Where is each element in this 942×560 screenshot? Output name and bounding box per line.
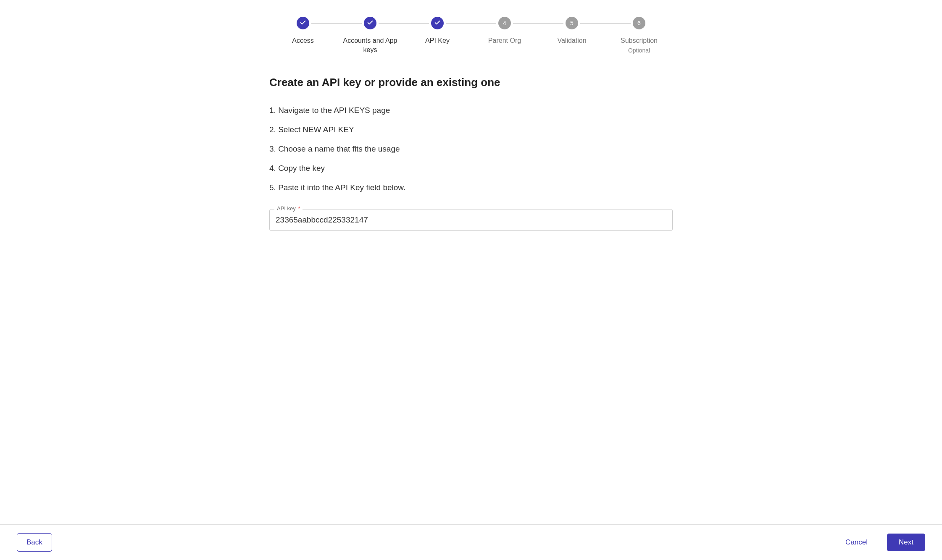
step-connector bbox=[513, 23, 563, 24]
step-circle-validation: 5 bbox=[566, 17, 578, 29]
instruction-item: Navigate to the API KEYS page bbox=[269, 106, 673, 115]
check-icon bbox=[300, 19, 306, 27]
step-circle-subscription: 6 bbox=[633, 17, 645, 29]
next-button[interactable]: Next bbox=[887, 534, 925, 551]
step-connector bbox=[580, 23, 631, 24]
step-label-api-key: API Key bbox=[425, 36, 450, 45]
step-label-subscription: Subscription bbox=[621, 36, 658, 45]
step-subscription[interactable]: 6 Subscription Optional bbox=[605, 17, 673, 54]
cancel-button[interactable]: Cancel bbox=[836, 534, 877, 551]
back-button[interactable]: Back bbox=[17, 533, 52, 552]
step-label-accounts: Accounts and App keys bbox=[337, 36, 404, 55]
wizard-footer: Back Cancel Next bbox=[0, 524, 942, 560]
step-connector bbox=[446, 23, 496, 24]
instruction-item: Copy the key bbox=[269, 164, 673, 173]
step-api-key[interactable]: API Key bbox=[404, 17, 471, 45]
step-label-validation: Validation bbox=[557, 36, 586, 45]
footer-right: Cancel Next bbox=[836, 534, 925, 551]
api-key-label: API key * bbox=[274, 205, 303, 212]
check-icon bbox=[367, 19, 374, 27]
step-parent-org[interactable]: 4 Parent Org bbox=[471, 17, 538, 45]
step-label-access: Access bbox=[292, 36, 314, 45]
wizard-main: Access Accounts and App keys API Key 4 bbox=[261, 0, 681, 524]
step-connector bbox=[311, 23, 362, 24]
instruction-item: Paste it into the API Key field below. bbox=[269, 183, 673, 192]
instruction-item: Select NEW API KEY bbox=[269, 125, 673, 134]
required-marker: * bbox=[298, 205, 300, 212]
instruction-item: Choose a name that fits the usage bbox=[269, 144, 673, 154]
page-title: Create an API key or provide an existing… bbox=[269, 76, 673, 89]
step-circle-access bbox=[297, 17, 309, 29]
stepper: Access Accounts and App keys API Key 4 bbox=[269, 17, 673, 55]
step-circle-accounts bbox=[364, 17, 376, 29]
api-key-field-wrapper: API key * bbox=[269, 209, 673, 231]
step-sublabel-subscription: Optional bbox=[628, 47, 650, 54]
footer-left: Back bbox=[17, 533, 52, 552]
instructions-list: Navigate to the API KEYS page Select NEW… bbox=[269, 106, 673, 192]
step-circle-parent-org: 4 bbox=[498, 17, 511, 29]
api-key-input[interactable] bbox=[269, 209, 673, 231]
step-label-parent-org: Parent Org bbox=[488, 36, 521, 45]
check-icon bbox=[434, 19, 441, 27]
api-key-label-text: API key bbox=[277, 205, 296, 212]
step-access[interactable]: Access bbox=[269, 17, 337, 45]
step-circle-api-key bbox=[431, 17, 444, 29]
step-accounts-app-keys[interactable]: Accounts and App keys bbox=[337, 17, 404, 55]
step-validation[interactable]: 5 Validation bbox=[538, 17, 605, 45]
step-connector bbox=[379, 23, 429, 24]
